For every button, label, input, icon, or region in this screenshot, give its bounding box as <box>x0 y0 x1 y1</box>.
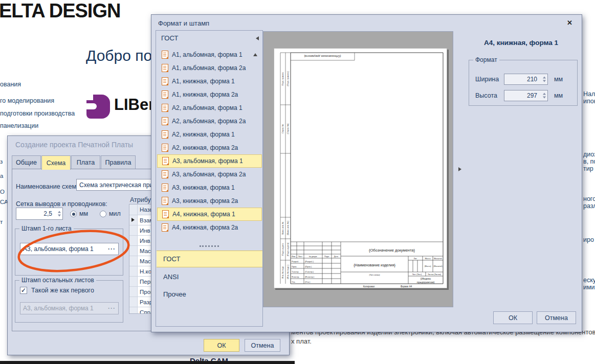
format-page-icon <box>162 77 168 85</box>
spin-up-icon[interactable] <box>543 93 546 95</box>
category-gost[interactable]: ГОСТ <box>157 251 262 267</box>
sheet-preview-panel: {Обозначение документа} Перв. примен. (П… <box>263 31 453 307</box>
format-list-item[interactable]: А1, альбомная, форма 1 <box>157 48 262 61</box>
format-label: А3, книжная, форма 2а <box>172 197 238 204</box>
format-page-icon <box>162 223 168 232</box>
format-list-item[interactable]: А4, книжная, форма 2а <box>157 221 262 234</box>
edge-fragment: т <box>0 219 3 225</box>
format-page-icon <box>162 104 168 112</box>
tab-plata[interactable]: Плата <box>71 155 100 169</box>
dialog-titlebar[interactable]: Формат и штамп ✕ <box>151 15 582 30</box>
format-list-item[interactable]: А2, альбомная, форма 2а <box>157 115 262 128</box>
scheme-name-label: Наименование схемы: <box>16 183 83 190</box>
format-list-item-selected[interactable]: А3, альбомная, форма 1 <box>157 154 262 168</box>
format-page-icon <box>162 210 169 218</box>
stamp-hdr: № докум. <box>309 256 318 258</box>
spin-down-icon[interactable] <box>543 80 546 82</box>
tab-obshchie[interactable]: Общие <box>12 155 41 169</box>
edge-fragment: ного <box>583 195 595 202</box>
edge-fragment: з <box>0 158 3 165</box>
radio-mil[interactable] <box>100 211 106 217</box>
edge-fragment: О <box>0 189 5 195</box>
spin-up-icon[interactable] <box>543 77 546 79</box>
spin-down-icon[interactable] <box>543 97 546 99</box>
width-label: Ширина <box>475 76 499 83</box>
edge-fragment: в, по <box>583 158 595 165</box>
stamp-row-label: Пров. <box>292 265 297 268</box>
stamp-row-value: (Утв.) <box>305 281 311 283</box>
same-as-first-label: Такой же как первого <box>31 287 94 294</box>
ok-button[interactable]: ОК <box>204 339 239 352</box>
format-label: А3, альбомная, форма 1 <box>172 157 243 165</box>
format-list-item-selected[interactable]: А4, книжная, форма 1 <box>157 208 262 221</box>
side-value: (Инв. № подл.) <box>287 265 289 279</box>
format-list-item[interactable]: А3, книжная, форма 2а <box>157 194 262 208</box>
expand-right-icon[interactable] <box>458 167 461 171</box>
format-page-icon <box>162 51 168 59</box>
spinner-arrows[interactable] <box>543 93 546 99</box>
stamp-company-index: предприятия} <box>417 281 435 284</box>
width-value: 210 <box>527 76 537 83</box>
format-page-icon <box>162 184 168 192</box>
height-value: 297 <box>527 92 537 99</box>
frame-format-note: Формат А4 <box>401 285 412 288</box>
logo-notch-mid <box>86 103 97 109</box>
group-legend: Формат <box>473 56 499 63</box>
height-spinner[interactable]: 297 <box>504 90 548 101</box>
format-list-item[interactable]: А1, альбомная, форма 2а <box>157 61 262 75</box>
stamp-row-value: (Пров.) <box>305 265 312 268</box>
frame-kopiroval: Копировал <box>363 285 375 288</box>
spinner-arrows[interactable] <box>543 77 546 82</box>
format-label: А2, книжная, форма 2а <box>172 144 238 151</box>
format-list-item[interactable]: А2, альбомная, форма 1 <box>157 101 262 115</box>
dialog-title: Создание проекта Печатной Платы <box>15 141 133 149</box>
stamp-company-index: {Индекс <box>421 277 431 280</box>
tab-skhema[interactable]: Схема <box>41 155 71 170</box>
format-list-item[interactable]: А3, книжная, форма 1 <box>157 181 262 194</box>
scroll-up-icon[interactable] <box>253 53 257 56</box>
panel-header: ГОСТ <box>161 34 178 42</box>
edge-fragment: еску <box>583 277 595 284</box>
stamp-hdr: Изм. <box>292 256 296 258</box>
format-page-icon <box>162 144 168 152</box>
stamp-rest-value: А3, альбомная, форма 1 <box>23 305 94 312</box>
logo-notch-top <box>86 95 93 100</box>
sheet-preview: {Обозначение документа} Перв. примен. (П… <box>274 48 447 288</box>
ok-button[interactable]: ОК <box>493 311 533 324</box>
spin-up-icon[interactable] <box>58 211 61 213</box>
category-ansi[interactable]: ANSI <box>157 268 262 285</box>
format-list-item[interactable]: А3, альбомная, форма 2а <box>157 168 262 181</box>
feature-item: панелизации <box>0 122 38 129</box>
format-label: А4, книжная, форма 1 <box>172 211 235 218</box>
format-list-item[interactable]: А2, книжная, форма 1 <box>157 128 262 141</box>
cancel-button[interactable]: Отмена <box>537 311 576 324</box>
stamp-hdr: Лист <box>298 256 303 258</box>
format-label: А1, книжная, форма 1 <box>172 78 235 85</box>
attr-cell: Разр <box>138 299 152 305</box>
format-list-item[interactable]: А2, книжная, форма 2а <box>157 141 262 154</box>
splitter-grip[interactable] <box>200 245 219 249</box>
collapse-left-icon[interactable] <box>256 36 259 40</box>
cancel-button[interactable]: Отмена <box>245 339 280 352</box>
format-page-icon <box>162 117 168 125</box>
radio-mil-label: мил <box>109 210 121 217</box>
width-spinner[interactable]: 210 <box>504 74 548 85</box>
tab-pravila[interactable]: Правила <box>101 155 136 169</box>
stamp-hdr: Дата <box>334 256 339 258</box>
format-list-item[interactable]: А1, книжная, форма 2а <box>157 88 262 101</box>
grid-spinner[interactable]: 2,5 <box>16 208 63 220</box>
bottom-paragraph-line2: х плат. <box>291 337 312 345</box>
side-value: (Перв. примен.) <box>287 71 289 86</box>
category-prochee[interactable]: Прочее <box>157 286 262 303</box>
format-label: А1, альбомная, форма 2а <box>172 64 246 72</box>
stamp-masshtab: Масштаб <box>434 258 443 260</box>
spinner-arrows[interactable] <box>58 211 61 217</box>
stamp-row-label: Т.контр. <box>292 270 299 273</box>
close-icon[interactable]: ✕ <box>567 19 572 27</box>
same-as-first-checkbox[interactable]: ✓ <box>20 287 27 294</box>
side-value: (Справ. №) <box>287 123 289 134</box>
side-value: (Взам. инв. №) <box>287 221 289 235</box>
format-list-item[interactable]: А1, книжная, форма 1 <box>157 75 262 88</box>
radio-mm[interactable] <box>70 211 77 217</box>
spin-down-icon[interactable] <box>58 215 61 217</box>
